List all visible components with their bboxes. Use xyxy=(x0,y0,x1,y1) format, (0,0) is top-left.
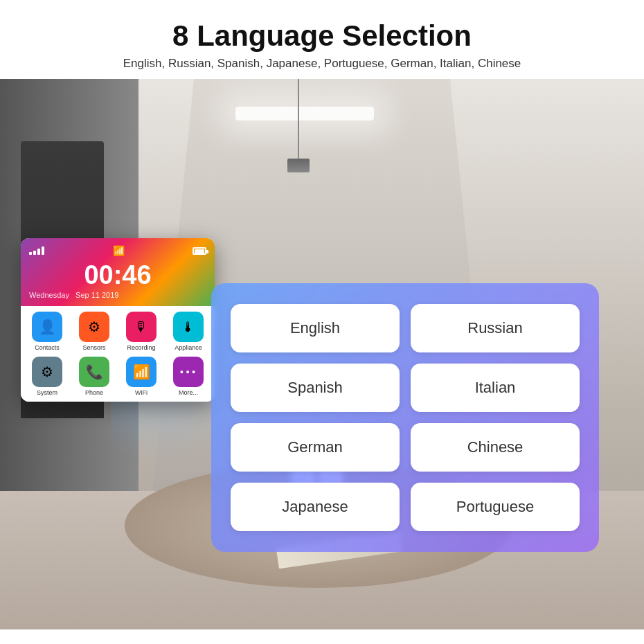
device-date: Wednesday Sep 11 2019 xyxy=(29,291,206,299)
signal-bars xyxy=(29,247,44,255)
language-panel: English Russian Spanish Italian German C… xyxy=(211,283,599,552)
app-grid: 👤 Contacts ⚙ Sensors 🎙 Recording 🌡 Appli… xyxy=(21,306,215,402)
contacts-icon: 👤 xyxy=(32,312,62,342)
appliance-icon: 🌡 xyxy=(173,312,204,342)
recording-icon: 🎙 xyxy=(126,312,156,342)
battery-fill xyxy=(195,249,204,254)
lang-portuguese[interactable]: Portuguese xyxy=(411,483,580,531)
main-scene: 📶 00:46 Wednesday Sep 11 2019 👤 Contacts… xyxy=(0,79,644,629)
bar2 xyxy=(33,251,36,255)
language-grid: English Russian Spanish Italian German C… xyxy=(231,304,580,531)
device-day: Wednesday xyxy=(29,291,69,299)
status-bar: 📶 xyxy=(29,245,206,256)
page-subtitle: English, Russian, Spanish, Japanese, Por… xyxy=(14,57,630,71)
lang-italian[interactable]: Italian xyxy=(411,364,580,412)
device-screen: 📶 00:46 Wednesday Sep 11 2019 xyxy=(21,238,215,306)
phone-label: Phone xyxy=(85,389,103,396)
pendant-shade xyxy=(287,159,310,172)
lang-german[interactable]: German xyxy=(231,423,400,472)
app-sensors[interactable]: ⚙ Sensors xyxy=(73,312,115,351)
lang-japanese[interactable]: Japanese xyxy=(231,483,400,531)
system-label: System xyxy=(37,389,57,396)
app-system[interactable]: ⚙ System xyxy=(26,357,68,396)
page-title: 8 Language Selection xyxy=(14,19,630,53)
app-appliance[interactable]: 🌡 Appliance xyxy=(168,312,209,351)
bar4 xyxy=(42,247,44,255)
ceiling-light xyxy=(235,107,374,120)
bar3 xyxy=(37,249,40,255)
app-contacts[interactable]: 👤 Contacts xyxy=(26,312,68,351)
appliance-label: Appliance xyxy=(175,344,202,351)
wifi-app-icon: 📶 xyxy=(126,357,156,387)
device-time: 00:46 xyxy=(29,262,206,288)
lang-chinese[interactable]: Chinese xyxy=(411,423,580,472)
app-more[interactable]: ··· More... xyxy=(168,357,209,396)
lang-russian[interactable]: Russian xyxy=(411,304,580,352)
lang-spanish[interactable]: Spanish xyxy=(231,364,400,412)
more-icon: ··· xyxy=(173,357,204,387)
sensors-label: Sensors xyxy=(82,344,105,351)
device-panel: 📶 00:46 Wednesday Sep 11 2019 👤 Contacts… xyxy=(21,238,215,402)
lang-english[interactable]: English xyxy=(231,304,400,352)
contacts-label: Contacts xyxy=(35,344,60,351)
wifi-label: WiFi xyxy=(135,389,147,396)
more-label: More... xyxy=(179,389,198,396)
wifi-icon: 📶 xyxy=(113,245,125,256)
recording-label: Recording xyxy=(127,344,155,351)
system-icon: ⚙ xyxy=(32,357,62,387)
page-header: 8 Language Selection English, Russian, S… xyxy=(0,0,644,79)
app-wifi[interactable]: 📶 WiFi xyxy=(120,357,162,396)
app-recording[interactable]: 🎙 Recording xyxy=(120,312,162,351)
device-date-val: Sep 11 2019 xyxy=(75,291,118,299)
battery-icon xyxy=(193,247,206,255)
app-phone[interactable]: 📞 Phone xyxy=(73,357,115,396)
phone-icon: 📞 xyxy=(79,357,109,387)
pendant-cord xyxy=(298,79,299,162)
sensors-icon: ⚙ xyxy=(79,312,109,342)
bar1 xyxy=(29,252,32,255)
